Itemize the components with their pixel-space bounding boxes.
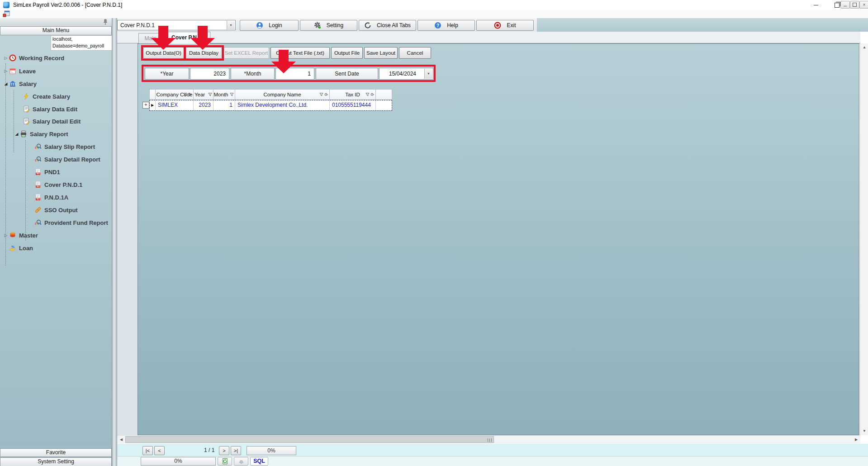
filter-icon[interactable] bbox=[319, 92, 323, 97]
cell-tax-id[interactable]: 0105555119444 bbox=[330, 100, 376, 111]
mdi-close-button[interactable]: × bbox=[859, 1, 868, 9]
login-button[interactable]: Login bbox=[240, 20, 299, 31]
sidebar-item-salary-detail-report[interactable]: Salary Detail Report bbox=[34, 153, 100, 166]
cell-month[interactable]: 1 bbox=[213, 100, 235, 111]
document-edit-icon bbox=[23, 118, 30, 125]
setting-button[interactable]: Setting bbox=[300, 20, 357, 31]
table-row[interactable]: ▶ SIMLEX 2023 1 Simlex Development Co.,L… bbox=[149, 100, 392, 111]
cell-year[interactable]: 2023 bbox=[194, 100, 213, 111]
export-refresh-icon bbox=[222, 458, 228, 465]
stack-icon bbox=[9, 232, 17, 239]
filter-icon[interactable] bbox=[365, 92, 370, 97]
annotation-arrow-head bbox=[151, 38, 175, 50]
expander-collapsed-icon[interactable]: ▷ bbox=[3, 233, 9, 238]
help-button[interactable]: ? Help bbox=[417, 20, 475, 31]
sidebar-item-leave[interactable]: ▷ Leave bbox=[3, 65, 36, 77]
annotation-arrow-shaft bbox=[279, 50, 289, 62]
expander-collapsed-icon[interactable]: ▷ bbox=[3, 69, 9, 73]
close-all-tabs-label: Close All Tabs bbox=[377, 22, 411, 29]
svg-text:TAX: TAX bbox=[36, 185, 40, 187]
cancel-button[interactable]: Cancel bbox=[399, 47, 431, 59]
sidebar-item-label: P.N.D.1A bbox=[44, 194, 68, 201]
mdi-restore-button[interactable] bbox=[850, 1, 859, 9]
prev-page-button[interactable]: < bbox=[154, 446, 165, 455]
scrollbar-grip[interactable] bbox=[488, 438, 492, 442]
column-header-month[interactable]: Month bbox=[213, 89, 235, 100]
exit-button[interactable]: Exit bbox=[476, 20, 534, 31]
setting-label: Setting bbox=[327, 22, 343, 29]
scroll-left-icon[interactable]: ◀ bbox=[118, 436, 125, 443]
expander-expanded-icon[interactable]: ◢ bbox=[14, 132, 20, 136]
power-icon bbox=[494, 22, 501, 29]
sidebar-item-label: Loan bbox=[19, 245, 33, 252]
sidebar-item-salary-slip-report[interactable]: Salary Slip Report bbox=[34, 140, 95, 153]
pin-icon[interactable] bbox=[188, 92, 192, 97]
connection-database: Database=demo_payroll bbox=[52, 43, 112, 49]
report-selector-value: Cover P.N.D.1 bbox=[120, 22, 155, 29]
sidebar-item-pnd1[interactable]: TAX PND1 bbox=[34, 166, 60, 178]
help-label: Help bbox=[447, 22, 458, 29]
sidebar-item-loan[interactable]: % Loan bbox=[3, 242, 33, 254]
column-header-tax-id[interactable]: Tax ID bbox=[330, 89, 376, 100]
forms-icon[interactable] bbox=[3, 10, 10, 18]
lightning-icon bbox=[23, 93, 30, 100]
first-page-button[interactable]: |< bbox=[142, 446, 153, 455]
sidebar-item-working-record[interactable]: ▷ Working Record bbox=[3, 52, 64, 64]
filter-icon[interactable] bbox=[208, 92, 212, 97]
sql-button[interactable]: SQL bbox=[250, 457, 268, 466]
report-search-icon bbox=[34, 143, 42, 150]
sidebar-item-sso-output[interactable]: SSO Output bbox=[34, 204, 78, 216]
data-grid: Company Code Year Month Company Name Tax… bbox=[149, 89, 392, 111]
sidebar-item-salary-data-edit[interactable]: Salary Data Edit bbox=[23, 103, 77, 115]
system-setting-bar[interactable]: System Setting bbox=[0, 457, 112, 466]
report-selector[interactable]: Cover P.N.D.1 ▼ bbox=[117, 20, 236, 30]
sidebar-item-cover-pnd1[interactable]: TAX Cover P.N.D.1 bbox=[34, 178, 82, 191]
minimize-button[interactable] bbox=[806, 0, 826, 10]
next-page-button[interactable]: > bbox=[219, 446, 229, 455]
column-header-year[interactable]: Year bbox=[194, 89, 213, 100]
sidebar-item-label: Leave bbox=[19, 68, 36, 75]
export-refresh-button[interactable] bbox=[218, 457, 232, 466]
pin-icon[interactable] bbox=[324, 92, 328, 97]
sidebar-splitter[interactable] bbox=[112, 18, 117, 466]
scroll-right-icon[interactable]: ▶ bbox=[853, 436, 860, 443]
row-expand-button[interactable]: + bbox=[142, 102, 149, 109]
annotation-arrow-shaft bbox=[198, 26, 208, 38]
sidebar-item-salary-report[interactable]: ◢ Salary Report bbox=[14, 128, 68, 140]
pin-icon[interactable] bbox=[103, 19, 108, 27]
mdi-minimize-button[interactable] bbox=[840, 1, 850, 9]
close-all-tabs-button[interactable]: Close All Tabs bbox=[359, 20, 416, 31]
title-bar: SimLex Payroll Ver2.00.006 - [Cover P.N.… bbox=[0, 0, 868, 10]
cell-company-name[interactable]: Simlex Development Co.,Ltd. bbox=[235, 100, 330, 111]
row-indicator: ▶ bbox=[149, 100, 156, 111]
scroll-up-icon[interactable]: ▲ bbox=[861, 44, 868, 51]
sidebar-item-salary[interactable]: ◢ Salary bbox=[3, 77, 37, 90]
sidebar-item-label: Salary bbox=[19, 81, 37, 87]
column-header-company-code[interactable]: Company Code bbox=[156, 89, 194, 100]
sidebar-item-provident-fund-report[interactable]: Provident Fund Report bbox=[34, 216, 108, 229]
layers-button[interactable] bbox=[234, 457, 248, 466]
cell-company-code[interactable]: SIMLEX bbox=[156, 100, 194, 111]
page-indicator: 1 / 1 bbox=[204, 447, 214, 453]
scrollbar-thumb[interactable] bbox=[125, 436, 494, 443]
favorite-bar[interactable]: Favorite bbox=[0, 448, 112, 457]
filter-icon[interactable] bbox=[183, 92, 187, 97]
horizontal-scrollbar[interactable]: ◀ ▶ bbox=[117, 435, 860, 443]
filter-icon[interactable] bbox=[230, 92, 234, 97]
sidebar-item-create-salary[interactable]: Create Salary bbox=[23, 90, 70, 103]
save-layout-button[interactable]: Save Layout bbox=[364, 47, 398, 59]
svg-text:%: % bbox=[11, 245, 14, 249]
expander-expanded-icon[interactable]: ◢ bbox=[3, 81, 9, 86]
sidebar-item-master[interactable]: ▷ Master bbox=[3, 229, 38, 242]
scroll-down-icon[interactable]: ▼ bbox=[861, 428, 868, 434]
expander-collapsed-icon[interactable]: ▷ bbox=[3, 56, 9, 60]
pin-icon[interactable] bbox=[370, 92, 375, 97]
gear-icon bbox=[314, 22, 321, 29]
sidebar-item-pnd1a[interactable]: TAX P.N.D.1A bbox=[34, 191, 68, 204]
output-file-button[interactable]: Output File bbox=[331, 47, 363, 59]
sidebar-item-salary-detail-edit[interactable]: Salary Detail Edit bbox=[23, 115, 81, 128]
vertical-scrollbar[interactable]: ▲ ▼ bbox=[860, 43, 868, 435]
last-page-button[interactable]: >| bbox=[231, 446, 241, 455]
chevron-down-icon[interactable]: ▼ bbox=[227, 21, 235, 29]
column-header-company-name[interactable]: Company Name bbox=[235, 89, 330, 100]
